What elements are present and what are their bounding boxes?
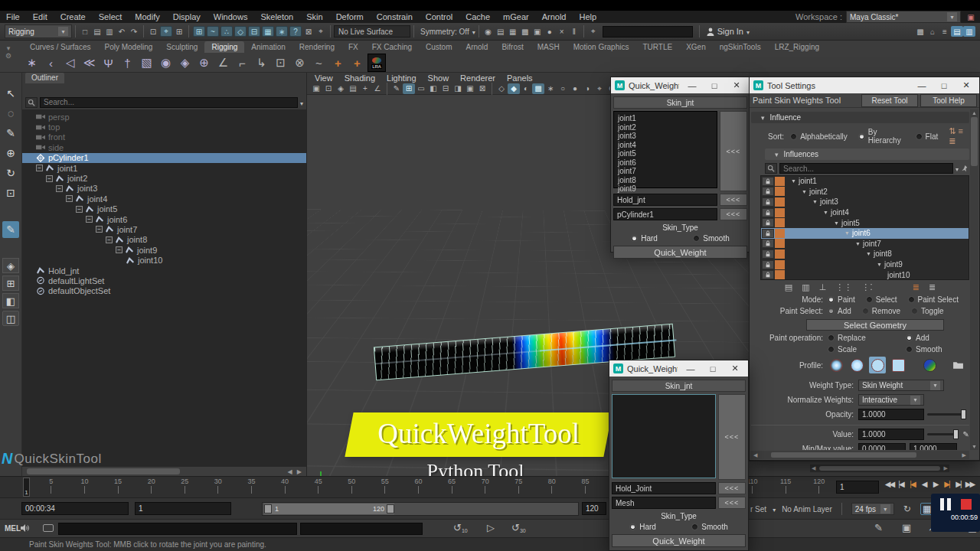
playback-range[interactable]: 1 120: [264, 504, 394, 514]
grease-pencil-icon[interactable]: ✎: [390, 83, 403, 94]
safe-action-icon[interactable]: ▣: [464, 83, 476, 94]
profile-solid-brush[interactable]: [869, 357, 886, 373]
ik-spline-handle-icon[interactable]: ◁: [61, 54, 79, 71]
menu-windows[interactable]: Windows: [214, 12, 248, 21]
outliner-item-pcylinder1[interactable]: pCylinder1: [22, 153, 306, 163]
outliner-item-front[interactable]: front: [22, 132, 306, 142]
snap-to-curves-icon[interactable]: ~: [207, 26, 219, 37]
skin-jnt-header[interactable]: Skin_jnt: [613, 96, 747, 109]
frame-tick[interactable]: 40: [275, 478, 295, 494]
mode-select-radio[interactable]: Select: [866, 295, 897, 304]
shelf-tab-animation[interactable]: Animation: [244, 41, 292, 53]
profile-ramp-brush[interactable]: [921, 357, 938, 373]
op-smooth-radio[interactable]: Smooth: [906, 345, 942, 354]
lra-toggle-icon[interactable]: LRA: [368, 54, 386, 72]
reset-tool-button[interactable]: Reset Tool: [861, 94, 918, 107]
frame-tick[interactable]: 65: [442, 478, 462, 494]
expander-icon[interactable]: ▼: [877, 262, 882, 267]
close-button[interactable]: ✕: [726, 364, 744, 373]
workspace-select[interactable]: Maya Classic*: [846, 11, 961, 23]
frame-tick[interactable]: 45: [309, 478, 328, 494]
fps-select[interactable]: 24 fps: [851, 503, 894, 515]
soft-select-icon[interactable]: ?: [289, 26, 302, 37]
quick-rig-icon[interactable]: †: [119, 54, 136, 71]
smooth-radio[interactable]: Smooth: [693, 234, 729, 243]
safe-title-icon[interactable]: ⊠: [476, 83, 488, 94]
joint-list-item[interactable]: joint2: [618, 123, 713, 132]
make-live-icon[interactable]: ▦: [262, 26, 274, 37]
shelf-tab-mash[interactable]: MASH: [531, 41, 567, 53]
outliner-item-defaultobjectset[interactable]: defaultObjectSet: [22, 286, 306, 296]
play-script-icon[interactable]: ▷: [487, 522, 495, 533]
attribute-editor-icon[interactable]: ▤: [951, 26, 963, 37]
influence-item-joint10[interactable]: joint10: [761, 269, 969, 280]
outliner-item-joint5[interactable]: −joint5: [22, 204, 306, 214]
outliner-item-side[interactable]: side: [22, 142, 306, 152]
pole-vector-constraint-icon[interactable]: ~: [310, 54, 328, 71]
play-backwards-button[interactable]: ◀: [918, 480, 929, 488]
expander-icon[interactable]: −: [36, 165, 43, 171]
lock-icon[interactable]: [762, 177, 774, 186]
joint-list-empty[interactable]: [612, 394, 716, 478]
scrollbar-arrows[interactable]: ◀ ▶: [287, 468, 306, 475]
snap-to-view-planes-icon[interactable]: ⊟: [248, 26, 260, 37]
range-slider-track[interactable]: 1 120: [262, 502, 579, 516]
outliner-item-joint7[interactable]: −joint7: [22, 224, 306, 234]
min-value-input[interactable]: 0.0000: [858, 443, 906, 450]
smooth-radio[interactable]: Smooth: [691, 523, 727, 531]
render-setup-icon[interactable]: ▩: [519, 26, 531, 37]
select-tool-icon[interactable]: ↖: [2, 85, 19, 102]
outliner-item-joint4[interactable]: −joint4: [22, 194, 306, 204]
viewport-menu-view[interactable]: View: [315, 73, 333, 83]
mode-paint-select-radio[interactable]: Paint Select: [908, 295, 959, 304]
pencil-icon[interactable]: ✎: [963, 430, 969, 439]
hard-radio[interactable]: Hard: [631, 234, 658, 243]
op-replace-radio[interactable]: Replace: [828, 334, 895, 342]
opacity-slider[interactable]: [927, 413, 966, 416]
scrollbar-thumb[interactable]: [771, 452, 916, 458]
textured-mode-icon[interactable]: ◐: [520, 83, 532, 94]
menu-mgear[interactable]: mGear: [503, 12, 529, 21]
maximize-button[interactable]: □: [935, 81, 953, 90]
animation-end-time-field[interactable]: 120: [582, 502, 606, 515]
clip-editor-icon[interactable]: ×: [556, 26, 568, 37]
joint-list-item[interactable]: joint3: [618, 132, 713, 141]
bookmarks-icon[interactable]: ▤: [347, 83, 359, 94]
menu-skeleton[interactable]: Skeleton: [260, 12, 293, 21]
close-button[interactable]: ✕: [957, 80, 975, 90]
outliner-item-joint3[interactable]: −joint3: [22, 184, 306, 194]
loop-playback-icon[interactable]: ↻: [900, 503, 914, 515]
selection-mask-icon[interactable]: ⌖: [587, 26, 599, 37]
maximize-button[interactable]: □: [705, 81, 724, 90]
use-all-lights-icon[interactable]: ▩: [532, 83, 544, 94]
joint-list-item[interactable]: joint7: [618, 167, 713, 176]
influence-item-joint1[interactable]: ▼joint1: [761, 176, 969, 187]
outliner-item-joint2[interactable]: −joint2: [22, 173, 306, 183]
expander-icon[interactable]: ▼: [855, 241, 861, 246]
shelf-tab-custom[interactable]: Custom: [419, 41, 459, 53]
workspace-pin-icon[interactable]: ▣: [965, 11, 977, 22]
bind-skin-icon[interactable]: ◉: [157, 54, 175, 71]
outliner-search-input[interactable]: Search...: [40, 97, 298, 108]
influences-list[interactable]: ▼joint1▼joint2▼joint3▼joint4▼joint5▼join…: [760, 175, 969, 280]
pin-icon[interactable]: [961, 165, 969, 173]
frame-tick[interactable]: 15: [108, 478, 128, 494]
symmetry-select[interactable]: Symmetry: Off: [420, 28, 469, 36]
dock-scrollbar[interactable]: ◀▶: [810, 465, 949, 472]
wireframe-mode-icon[interactable]: ◇: [495, 83, 508, 94]
redo-icon[interactable]: ↷: [128, 26, 140, 37]
close-button[interactable]: ✕: [727, 80, 746, 90]
character-set-select[interactable]: r Set: [750, 505, 766, 514]
outliner-item-joint10[interactable]: joint10: [22, 255, 306, 265]
viewport-menu-lighting[interactable]: Lighting: [387, 73, 416, 83]
frame-tick[interactable]: 75: [508, 478, 528, 494]
range-end-handle[interactable]: [387, 504, 394, 514]
frame-tick[interactable]: 115: [776, 478, 795, 494]
tool-settings-icon[interactable]: ▥: [963, 26, 975, 37]
frame-tick[interactable]: 60: [408, 478, 428, 494]
rotate-tool-icon[interactable]: ↻: [2, 165, 19, 181]
opacity-input[interactable]: 1.0000: [858, 409, 924, 420]
search-field[interactable]: [603, 26, 693, 37]
live-surface-field[interactable]: No Live Surface: [334, 25, 410, 37]
move-tool-icon[interactable]: ⊕: [2, 145, 19, 161]
